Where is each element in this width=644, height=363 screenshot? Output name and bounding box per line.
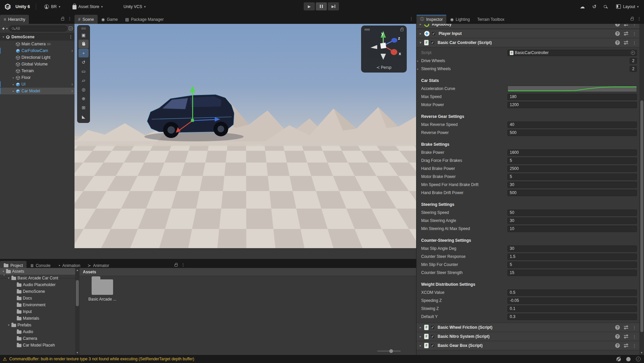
- value-field[interactable]: 500: [507, 190, 637, 196]
- property-row-acceleration-curve[interactable]: Acceleration Curve: [421, 85, 637, 92]
- unity-vcs-menu[interactable]: Unity VCS ▾: [121, 3, 148, 10]
- value-field[interactable]: 2500: [507, 166, 637, 172]
- help-icon[interactable]: ?: [615, 334, 620, 339]
- expander-icon[interactable]: ▸: [417, 59, 420, 62]
- value-field[interactable]: 15: [507, 270, 637, 276]
- help-icon[interactable]: ?: [615, 325, 620, 330]
- property-row-speeding-z[interactable]: Speeding Z-0.05: [421, 297, 637, 304]
- value-field[interactable]: 10: [507, 226, 637, 232]
- help-icon[interactable]: ?: [615, 40, 620, 45]
- cloud-icon[interactable]: ☁: [580, 4, 585, 10]
- property-row-max-steering-angle[interactable]: Max Steering Angle30: [421, 217, 637, 224]
- project-folder-demoscene[interactable]: DemoScene: [0, 288, 75, 295]
- value-field[interactable]: 5: [507, 262, 637, 268]
- expander-icon[interactable]: ▸: [418, 335, 423, 338]
- expander-icon[interactable]: ▸: [418, 326, 423, 329]
- project-folder-car-model-placeh[interactable]: Car Model Placeh: [0, 342, 75, 349]
- help-icon[interactable]: ?: [615, 343, 620, 348]
- play-button[interactable]: ▶: [304, 2, 315, 10]
- expander-icon[interactable]: ▼: [1, 36, 5, 39]
- property-row-min-steering-at-max-speed[interactable]: Min Steering At Max Speed10: [421, 225, 637, 232]
- project-folder-environment[interactable]: Environment: [0, 302, 75, 308]
- component-basic-wheel-friction-script-[interactable]: ▸#✓Basic Wheel Friction (Script)?⋮: [416, 323, 639, 332]
- project-folder-input[interactable]: Input: [0, 308, 75, 315]
- project-folder-basic-arcade-car-cont[interactable]: ▼Basic Arcade Car Cont: [0, 275, 75, 281]
- tab-terrain-toolbox[interactable]: Terrain Toolbox: [474, 15, 508, 24]
- drag-handle-icon[interactable]: [79, 27, 89, 30]
- pause-button[interactable]: [316, 2, 327, 10]
- rotate-tool-icon[interactable]: ↺: [79, 58, 89, 66]
- property-row-slowing-z[interactable]: Slowing Z0.1: [421, 305, 637, 312]
- property-row-max-reverse-speed[interactable]: Max Reverse Speed40: [421, 121, 637, 128]
- open-prefab-icon[interactable]: ›: [71, 82, 73, 87]
- property-row-brake-power[interactable]: Brake Power1600: [421, 149, 637, 156]
- kebab-menu-icon[interactable]: ⋮: [632, 343, 637, 348]
- hierarchy-item-car-model[interactable]: ▸Car Model›: [0, 88, 75, 94]
- lock-icon[interactable]: [175, 264, 178, 267]
- perspective-label[interactable]: ≺ Persp: [361, 65, 407, 70]
- value-field[interactable]: 0.3: [507, 314, 637, 320]
- layout-dropdown[interactable]: Layout ▾: [614, 3, 641, 10]
- kebab-menu-icon[interactable]: ⋮: [409, 16, 413, 21]
- axis-gizmo-icon[interactable]: y z x: [361, 26, 407, 62]
- tab-package-manager[interactable]: ▤ Package Manager: [121, 15, 167, 24]
- expander-icon[interactable]: ▸: [11, 90, 15, 93]
- value-field[interactable]: 1.5: [507, 254, 637, 260]
- property-row-default-y[interactable]: Default Y0.3: [421, 313, 637, 320]
- view-tool-icon[interactable]: ▣: [79, 31, 89, 39]
- asset-folder-tile[interactable]: Basic Arcade ...: [88, 277, 117, 302]
- value-field[interactable]: 40: [507, 122, 637, 128]
- component-basic-car-controller[interactable]: ▼ # ✓ Basic Car Controller (Script) ? ⋮: [416, 38, 639, 47]
- kebab-menu-icon[interactable]: ⋮: [632, 40, 637, 45]
- expander-icon[interactable]: ▸: [418, 32, 423, 35]
- kebab-menu-icon[interactable]: ⋮: [181, 262, 185, 267]
- kebab-menu-icon[interactable]: ⋮: [69, 35, 73, 39]
- property-row-xcom-value[interactable]: XCOM Value0.5: [421, 289, 637, 296]
- search-icon[interactable]: [604, 5, 607, 8]
- component-basic-gear-box-script-[interactable]: ▸#✓Basic Gear Box (Script)?⋮: [416, 341, 639, 350]
- hierarchy-item-global-volume[interactable]: Global Volume: [0, 61, 75, 67]
- value-field[interactable]: 0.5: [507, 289, 637, 296]
- project-folder-audio[interactable]: Audio: [0, 328, 75, 335]
- transform-tool-icon[interactable]: ◎: [79, 85, 89, 94]
- debugger-icon[interactable]: [626, 357, 631, 361]
- property-row-motor-brake-power[interactable]: Motor Brake Power5: [421, 173, 637, 180]
- step-button[interactable]: ▶: [328, 2, 339, 10]
- presets-icon[interactable]: [624, 24, 628, 26]
- hand-tool-icon[interactable]: [79, 40, 89, 48]
- open-prefab-icon[interactable]: ›: [71, 48, 73, 53]
- presets-icon[interactable]: [624, 41, 628, 45]
- probe-tool-icon[interactable]: ◣: [79, 112, 89, 121]
- expander-icon[interactable]: ▼: [7, 324, 11, 327]
- script-object-field[interactable]: # BasicCarController: [507, 50, 637, 56]
- project-folder-materials[interactable]: Materials: [0, 315, 75, 322]
- kebab-menu-icon[interactable]: ⋮: [632, 31, 637, 36]
- help-icon[interactable]: ?: [615, 31, 620, 36]
- expander-icon[interactable]: ▸: [418, 344, 423, 347]
- scale-tool-icon[interactable]: ▱: [79, 76, 89, 85]
- value-field[interactable]: 1200: [507, 102, 637, 108]
- presets-icon[interactable]: [624, 325, 628, 329]
- kebab-menu-icon[interactable]: ⋮: [67, 16, 72, 21]
- value-field[interactable]: 180: [507, 94, 637, 100]
- kebab-menu-icon[interactable]: ⋮: [632, 24, 637, 27]
- presets-icon[interactable]: [624, 334, 628, 338]
- value-field[interactable]: 5: [507, 174, 637, 180]
- scene-viewport[interactable]: ▣+↺▭▱◎⊕⊞◣ y z x ≺ P: [75, 24, 416, 248]
- enabled-checkbox[interactable]: ✓: [430, 343, 435, 348]
- expander-icon[interactable]: ▼: [2, 270, 6, 273]
- property-row-counter-steer-strength[interactable]: Counter Steer Strength15: [421, 269, 637, 276]
- property-row-hand-brake-drift-power[interactable]: Hand Brake Drift Power500: [421, 189, 637, 196]
- property-row-motor-power[interactable]: Motor Power1200: [421, 101, 637, 108]
- tab-inspector[interactable]: ⓘ Inspector: [416, 15, 446, 24]
- presets-icon[interactable]: [624, 32, 628, 36]
- hierarchy-item-ui[interactable]: ▸UI›: [0, 81, 75, 88]
- enabled-checkbox[interactable]: ✓: [430, 325, 435, 330]
- property-row-min-slip-for-counter[interactable]: Min Slip For Counter5: [421, 261, 637, 268]
- hierarchy-scene-row[interactable]: ▼ DemoScene⋮: [0, 33, 75, 41]
- expander-icon[interactable]: ▸: [417, 67, 420, 71]
- property-row-steering-speed[interactable]: Steering Speed50: [421, 209, 637, 216]
- property-row-reverse-power[interactable]: Reverse Power500: [421, 129, 637, 136]
- property-row-counter-steer-response[interactable]: Counter Steer Response1.5: [421, 253, 637, 260]
- hierarchy-item-terrain[interactable]: Terrain: [0, 67, 75, 74]
